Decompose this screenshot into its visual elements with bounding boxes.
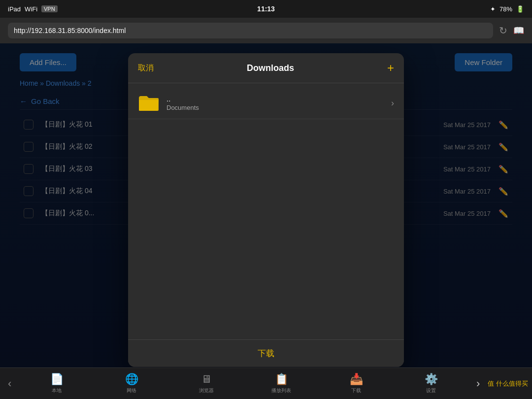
tab-playlist-label: 播放列表 [271, 387, 291, 394]
modal-header: 取消 Downloads + [128, 53, 404, 83]
tab-download-label: 下载 [351, 387, 361, 394]
tab-local[interactable]: 📄 本地 [19, 373, 94, 394]
main-content: Add Files... New Folder Home » Downloads… [0, 43, 532, 367]
status-bar: iPad WiFi VPN 11:13 ✦ 78% 🔋 [0, 0, 532, 18]
tab-browser-icon: 🖥 [201, 373, 212, 386]
tab-settings[interactable]: ⚙️ 设置 [394, 373, 468, 394]
tab-network-icon: 🌐 [125, 373, 138, 386]
status-left: iPad WiFi VPN [8, 5, 58, 13]
folder-row-documents[interactable]: .. Documents › [128, 87, 404, 119]
modal-overlay: 取消 Downloads + .. Documents [0, 43, 532, 367]
modal-add-button[interactable]: + [387, 61, 394, 75]
modal-body: .. Documents › [128, 83, 404, 339]
reload-button[interactable]: ↻ [499, 25, 507, 36]
folder-subname: Documents [166, 104, 391, 111]
nav-forward-arrow[interactable]: › [468, 377, 488, 390]
tab-local-label: 本地 [52, 387, 62, 394]
tab-network-label: 网络 [127, 387, 136, 394]
folder-info: .. Documents [166, 95, 391, 111]
status-right: ✦ 78% 🔋 [490, 5, 524, 13]
folder-chevron-icon: › [391, 98, 394, 108]
tab-local-icon: 📄 [50, 373, 64, 386]
tab-playlist[interactable]: 📋 播放列表 [244, 373, 319, 394]
status-time: 11:13 [257, 5, 275, 13]
device-label: iPad [8, 5, 21, 13]
tab-browser-label: 浏览器 [199, 387, 214, 394]
watermark: 值 什么值得买 [488, 379, 532, 388]
battery-label: 78% [499, 5, 512, 13]
folder-dots: .. [166, 95, 391, 103]
tab-network[interactable]: 🌐 网络 [94, 373, 169, 394]
tab-bar: ‹ 📄 本地 🌐 网络 🖥 浏览器 📋 播放列表 📥 下载 ⚙️ 设置 › 值 … [0, 367, 532, 399]
folder-icon-wrap [138, 94, 160, 112]
folder-icon [138, 94, 160, 112]
folder-picker-modal: 取消 Downloads + .. Documents [128, 53, 404, 367]
modal-footer-label: 下载 [258, 349, 274, 358]
vpn-label: VPN [41, 5, 58, 12]
modal-cancel-button[interactable]: 取消 [138, 63, 154, 73]
modal-footer: 下载 [128, 339, 404, 367]
tab-playlist-icon: 📋 [275, 373, 288, 386]
battery-icon: 🔋 [516, 5, 524, 13]
url-field[interactable]: http://192.168.31.85:8000/index.html [8, 23, 493, 38]
tab-settings-icon: ⚙️ [425, 373, 438, 386]
address-bar: http://192.168.31.85:8000/index.html ↻ 📖 [0, 18, 532, 43]
wifi-icon: WiFi [25, 5, 37, 13]
bookmarks-button[interactable]: 📖 [513, 25, 524, 36]
nav-back-arrow[interactable]: ‹ [0, 377, 19, 390]
tab-browser[interactable]: 🖥 浏览器 [169, 373, 244, 394]
modal-title: Downloads [247, 63, 294, 73]
tab-download[interactable]: 📥 下载 [319, 373, 394, 394]
url-text: http://192.168.31.85:8000/index.html [14, 27, 126, 34]
bluetooth-icon: ✦ [490, 5, 496, 13]
tab-settings-label: 设置 [426, 387, 436, 394]
tab-download-icon: 📥 [350, 373, 363, 386]
